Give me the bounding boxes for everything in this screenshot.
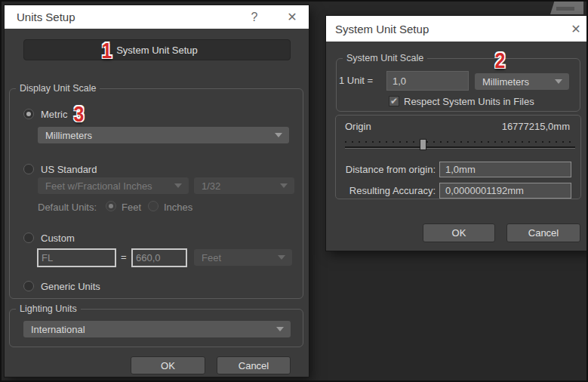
close-icon[interactable]: ✕ <box>282 5 303 29</box>
default-feet-radio[interactable] <box>106 201 116 211</box>
resulting-accuracy-label: Resulting Accuracy: <box>341 185 436 197</box>
respect-units-checkbox[interactable]: ✔ <box>389 96 399 106</box>
annotation-2: 2 <box>495 50 506 72</box>
default-inches-radio[interactable] <box>148 201 159 211</box>
system-unit-dropdown[interactable]: Millimeters <box>475 73 569 90</box>
slider-ticks <box>345 141 575 143</box>
default-inches-label: Inches <box>164 202 192 214</box>
custom-scale-input[interactable] <box>131 248 187 267</box>
us-fraction-dropdown[interactable]: 1/32 <box>194 177 294 194</box>
unit-value-input[interactable] <box>386 71 469 91</box>
origin-value: 16777215,0mm <box>502 121 570 133</box>
metric-label: Metric <box>41 109 67 121</box>
origin-label: Origin <box>345 121 371 133</box>
equals-sign: = <box>121 251 127 263</box>
lighting-units-dropdown[interactable]: International <box>23 321 291 337</box>
resulting-accuracy-input[interactable] <box>439 183 571 199</box>
distance-from-origin-input[interactable] <box>439 162 571 177</box>
cancel-button[interactable]: Cancel <box>217 356 291 374</box>
system-unit-setup-button[interactable]: System Unit Setup <box>23 39 291 60</box>
chevron-down-icon <box>280 183 288 188</box>
us-unit-dropdown[interactable]: Feet w/Fractional Inches <box>38 177 189 194</box>
lighting-units-title: Lighting Units <box>16 303 81 314</box>
origin-slider[interactable] <box>345 138 575 152</box>
help-icon[interactable]: ? <box>244 5 265 29</box>
check-icon: ✔ <box>390 96 398 106</box>
custom-radio[interactable] <box>23 233 34 243</box>
default-feet-label: Feet <box>122 202 141 214</box>
chevron-down-icon <box>174 183 182 188</box>
custom-label: Custom <box>41 233 75 245</box>
us-fraction-dropdown-value: 1/32 <box>202 180 220 192</box>
units-setup-title: Units Setup <box>17 11 75 23</box>
chevron-down-icon <box>278 255 285 260</box>
close-icon[interactable]: ✕ <box>565 16 586 42</box>
annotation-1: 1 <box>102 40 112 62</box>
system-unit-setup-title: System Unit Setup <box>335 23 429 35</box>
respect-units-label: Respect System Units in Files <box>404 96 534 108</box>
us-standard-radio[interactable] <box>23 164 34 174</box>
us-standard-label: US Standard <box>41 164 97 176</box>
slider-handle[interactable] <box>420 139 426 150</box>
background-window-artifact <box>550 2 583 14</box>
screenshot-root: Units Setup ? ✕ System Unit Setup 1 Disp… <box>0 0 588 382</box>
ok-button[interactable]: OK <box>131 356 205 374</box>
custom-name-input[interactable] <box>37 248 116 267</box>
us-unit-dropdown-value: Feet w/Fractional Inches <box>45 180 152 192</box>
generic-units-label: Generic Units <box>41 281 100 293</box>
distance-from-origin-label: Distance from origin: <box>341 164 436 176</box>
metric-unit-dropdown[interactable]: Millimeters <box>38 127 289 143</box>
cancel-button[interactable]: Cancel <box>506 223 580 242</box>
annotation-3: 3 <box>74 103 85 125</box>
slider-track <box>345 146 575 149</box>
metric-unit-dropdown-value: Millimeters <box>45 130 92 141</box>
system-unit-scale-title: System Unit Scale <box>343 53 427 63</box>
system-unit-setup-titlebar: System Unit Setup ✕ <box>326 16 588 42</box>
display-unit-scale-title: Display Unit Scale <box>16 83 100 94</box>
system-unit-dropdown-value: Millimeters <box>482 76 529 88</box>
units-setup-dialog: Units Setup ? ✕ System Unit Setup 1 Disp… <box>5 5 309 377</box>
generic-units-radio[interactable] <box>23 281 34 291</box>
metric-radio[interactable] <box>23 109 34 119</box>
default-units-label: Default Units: <box>38 202 97 214</box>
system-unit-setup-dialog: System Unit Setup ✕ System Unit Scale 2 … <box>326 16 588 251</box>
chevron-down-icon <box>555 79 562 84</box>
ok-button[interactable]: OK <box>423 223 495 242</box>
chevron-down-icon <box>276 327 284 331</box>
units-setup-titlebar: Units Setup ? ✕ <box>5 5 309 29</box>
lighting-units-dropdown-value: International <box>31 324 85 335</box>
custom-unit-dropdown[interactable]: Feet <box>194 249 292 266</box>
one-unit-label: 1 Unit = <box>339 75 373 87</box>
chevron-down-icon <box>275 133 282 137</box>
custom-unit-dropdown-value: Feet <box>202 252 221 263</box>
